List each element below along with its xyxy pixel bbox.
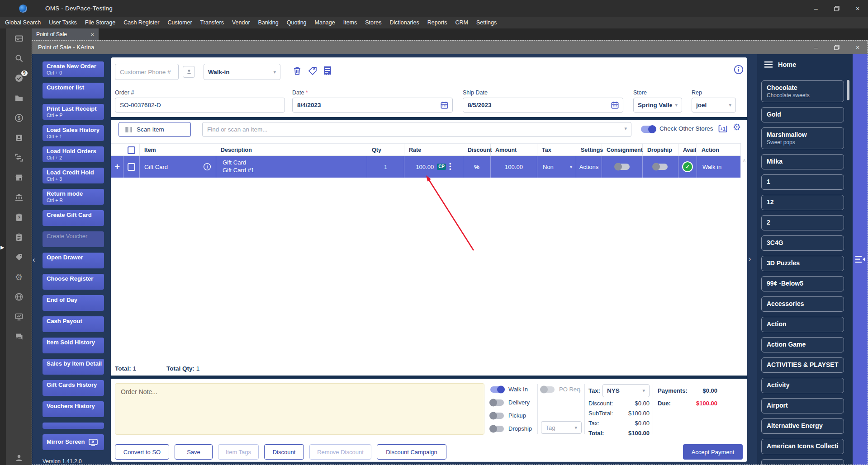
tag-select[interactable]: Tag▾ [541, 421, 582, 434]
inner-restore-icon[interactable] [826, 40, 847, 54]
category-scrollbar[interactable] [847, 80, 849, 100]
collapse-left-chevron-icon[interactable]: ‹ [33, 256, 35, 264]
avail-check-icon[interactable]: ✓ [683, 162, 692, 171]
delete-order-button[interactable] [292, 66, 302, 76]
tasks-check-icon[interactable]: 9 [14, 74, 24, 83]
collapse-panel-icon[interactable] [855, 255, 865, 263]
search-icon[interactable] [14, 54, 24, 63]
item-discount[interactable]: % [463, 156, 491, 178]
calendar-icon[interactable] [440, 101, 449, 109]
table-scrollbar[interactable]: ∧ [740, 143, 748, 178]
category-3c4g[interactable]: 3C4G [761, 235, 844, 251]
order-tags-button[interactable] [308, 66, 318, 76]
ship-date-input[interactable] [463, 98, 623, 113]
store-icon[interactable] [14, 173, 24, 182]
chevron-down-icon[interactable]: ▾ [624, 126, 627, 132]
category-partial[interactable] [761, 459, 844, 465]
category-action[interactable]: Action [761, 317, 844, 332]
select-all-checkbox[interactable] [128, 146, 135, 154]
customer-phone-input[interactable] [115, 64, 179, 80]
hamburger-menu-icon[interactable] [764, 61, 773, 68]
right-collapse-bar[interactable] [853, 54, 868, 465]
category-3d-puzzles[interactable]: 3D Puzzles [761, 256, 844, 271]
tab-close-icon[interactable]: × [90, 31, 94, 38]
create-new-order-button[interactable]: Create New OrderCtrl + 0 [43, 61, 104, 77]
end-of-day-button[interactable]: End of Day [43, 295, 104, 311]
category-gold[interactable]: Gold [761, 107, 844, 122]
monitor-chart-icon[interactable] [14, 312, 24, 321]
print-last-receipt-button[interactable]: Print Last ReceiptCtrl + P [43, 104, 104, 120]
discount-button[interactable]: Discount [264, 444, 304, 460]
ship-method-delivery[interactable]: Delivery [490, 399, 530, 406]
category-milka[interactable]: Milka [761, 154, 844, 169]
menu-reports[interactable]: Reports [423, 17, 451, 28]
menu-banking[interactable]: Banking [254, 17, 283, 28]
add-row-plus-icon[interactable]: + [111, 156, 123, 178]
add-one-window-icon[interactable]: +1 [718, 124, 729, 134]
ship-calendar-icon[interactable] [611, 101, 619, 109]
info-icon[interactable] [734, 65, 744, 75]
convert-to-so-button[interactable]: Convert to SO [115, 444, 169, 460]
minimize-icon[interactable]: – [806, 0, 826, 17]
category-alternative-energy[interactable]: Alternative Energy [761, 418, 844, 434]
ship-method-pickup[interactable]: Pickup [490, 412, 526, 419]
gift-cards-history-button[interactable]: Gift Cards History [43, 380, 104, 396]
sales-by-item-detail-button[interactable]: Sales by Item Detail [43, 359, 104, 375]
save-button[interactable]: Save [175, 444, 213, 460]
load-credit-hold-button[interactable]: Load Credit HoldCtrl + 3 [43, 168, 104, 183]
menu-global-search[interactable]: Global Search [1, 17, 45, 28]
category-12[interactable]: 12 [761, 195, 844, 210]
menu-items[interactable]: Items [339, 17, 361, 28]
scan-item-button[interactable]: Scan Item [119, 122, 191, 137]
clipboard-question-icon[interactable]: ? [14, 213, 24, 222]
category-airport[interactable]: Airport [761, 398, 844, 413]
category-american-icons[interactable]: American Icons Collection [761, 439, 844, 454]
consignment-toggle[interactable] [615, 164, 630, 170]
menu-manage[interactable]: Manage [311, 17, 339, 28]
menu-crm[interactable]: CRM [451, 17, 472, 28]
grid-settings-gear-icon[interactable]: ⚙ [733, 122, 741, 132]
restore-icon[interactable] [826, 0, 847, 17]
item-info-icon[interactable] [203, 163, 211, 171]
check-other-stores-toggle[interactable] [641, 126, 655, 133]
bank-icon[interactable] [14, 193, 24, 202]
dollar-icon[interactable]: $ [14, 113, 24, 122]
menu-stores[interactable]: Stores [361, 17, 385, 28]
po-req-toggle[interactable]: PO Req. [541, 386, 582, 393]
menu-vendor[interactable]: Vendor [228, 17, 254, 28]
table-row-gift-card[interactable]: + Gift Card Gift Card Gift Card #1 1 100… [111, 156, 740, 178]
dropship-toggle[interactable] [653, 164, 668, 170]
open-drawer-button[interactable]: Open Drawer [43, 253, 104, 268]
accept-payment-button[interactable]: Accept Payment [683, 444, 743, 460]
store-select[interactable]: Spring Valle▾ [633, 98, 682, 113]
order-note-input[interactable]: Order Note... [115, 383, 484, 435]
category-accessories[interactable]: Accessories [761, 296, 844, 312]
customer-contact-button[interactable] [183, 66, 195, 78]
user-icon[interactable] [6, 453, 32, 462]
flyout-arrow-icon[interactable]: ▶ [0, 244, 4, 250]
category-99c-below5[interactable]: 99¢ -Below5 [761, 276, 844, 291]
item-sold-history-button[interactable]: Item Sold History [43, 338, 104, 353]
tax-region-select[interactable]: NYS▾ [602, 384, 650, 397]
rate-menu-kebab-icon[interactable]: ••• [449, 163, 451, 171]
menu-cash-register[interactable]: Cash Register [119, 17, 163, 28]
menu-quoting[interactable]: Quoting [283, 17, 311, 28]
tag-icon[interactable] [14, 253, 24, 262]
ship-method-dropship[interactable]: Dropship [490, 425, 532, 432]
category-2[interactable]: 2 [761, 215, 844, 230]
return-mode-button[interactable]: Return modeCtrl + R [43, 189, 104, 205]
order-type-select[interactable]: Walk-in▾ [204, 64, 280, 80]
chat-icon[interactable] [14, 332, 24, 341]
close-icon[interactable]: × [847, 0, 868, 17]
cash-register-icon[interactable] [14, 34, 24, 43]
menu-file-storage[interactable]: File Storage [81, 17, 119, 28]
load-hold-orders-button[interactable]: Load Hold OrdersCtrl + 2 [43, 146, 104, 162]
row-checkbox[interactable] [128, 163, 135, 171]
item-search-input[interactable] [202, 122, 631, 137]
item-rate-cell[interactable]: 100.00 CP ••• [404, 156, 463, 178]
order-number-input[interactable] [115, 98, 285, 113]
rep-select[interactable]: joel▾ [692, 98, 736, 113]
menu-dictionaries[interactable]: Dictionaries [385, 17, 423, 28]
category-chocolate[interactable]: ChocolateChocolate sweets [761, 80, 844, 102]
rate-cp-badge[interactable]: CP [437, 164, 446, 170]
